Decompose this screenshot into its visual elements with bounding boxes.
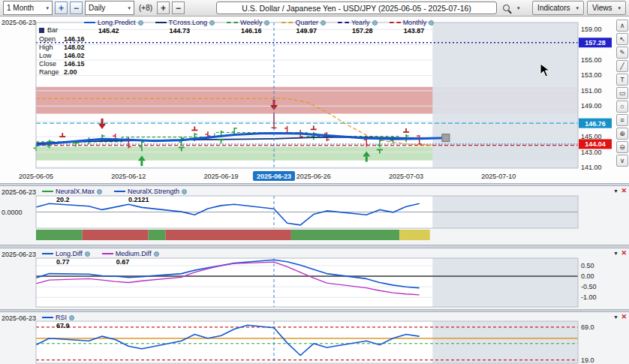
scroll-up-icon[interactable]: ∧: [616, 20, 628, 32]
text-tool-icon[interactable]: T: [616, 74, 628, 86]
search-dropdown-icon[interactable]: ▾: [517, 5, 520, 11]
panel-splitter[interactable]: [0, 183, 629, 186]
price-chart-canvas[interactable]: 159.00157.00155.00153.00151.00149.00147.…: [0, 17, 629, 183]
symbol-title-text: U.S. Dollar / Japanese Yen - USD/JPY (20…: [242, 4, 471, 13]
legend-name: Long.Diff: [56, 250, 83, 257]
legend-info-dot[interactable]: [154, 251, 159, 257]
legend-item-long-predict[interactable]: Long.Predict 145.42: [84, 19, 143, 35]
neuralx-legend: NeuralX.Max 20.2 NeuralX.Strength 0.2121: [42, 188, 187, 203]
ohlc-info: Bar Open146.16 High148.02 Low146.02 Clos…: [39, 26, 85, 76]
main-chart-panel: 159.00157.00155.00153.00151.00149.00147.…: [0, 17, 629, 183]
ellipse-tool-icon[interactable]: ○: [616, 101, 628, 113]
period-select[interactable]: 1 Month ▾: [3, 1, 53, 15]
search-icon[interactable]: [500, 2, 513, 14]
svg-text:146.76: 146.76: [585, 120, 606, 128]
symbol-title-box[interactable]: U.S. Dollar / Japanese Yen - USD/JPY (20…: [216, 2, 497, 14]
panel-close-icon[interactable]: ✕: [621, 249, 627, 257]
mouse-cursor: [540, 63, 550, 78]
views-button[interactable]: Views ▾: [587, 1, 626, 15]
period-zoom-in-button[interactable]: +: [55, 2, 68, 14]
trendline-tool-icon[interactable]: ╱: [616, 60, 628, 72]
legend-item-quarter[interactable]: Quarter 149.97: [281, 19, 326, 35]
legend-info-dot[interactable]: [372, 20, 378, 26]
rsi-panel: 69.019.0 2025-06-23 RSI 67.9 ▾ ✕: [0, 312, 629, 364]
panel-close-icon[interactable]: ✕: [621, 313, 627, 320]
remove-indicator-button[interactable]: −: [172, 2, 185, 14]
legend-line-marker: [390, 22, 401, 23]
legend-item-weekly[interactable]: Weekly 146.16: [227, 19, 269, 35]
rsi-chart-canvas[interactable]: 69.019.0: [0, 312, 629, 364]
svg-text:155.00: 155.00: [581, 56, 602, 64]
panel-splitter[interactable]: [0, 309, 629, 312]
close-label: Close: [39, 60, 64, 68]
indicators-button[interactable]: Indicators ▾: [532, 1, 584, 15]
svg-text:-1.00: -1.00: [581, 293, 597, 301]
legend-info-dot[interactable]: [321, 20, 326, 26]
add-indicator-button[interactable]: +: [157, 2, 170, 14]
svg-text:2025-06-12: 2025-06-12: [111, 173, 146, 180]
legend-item-neuralx-max[interactable]: NeuralX.Max 20.2: [42, 188, 102, 203]
svg-text:151.00: 151.00: [581, 87, 602, 95]
legend-value: 67.9: [56, 322, 74, 329]
legend-name: RSI: [56, 314, 67, 321]
legend-item-medium-diff[interactable]: Medium.Diff 0.67: [102, 250, 159, 266]
zoom-in-icon[interactable]: ⊕: [616, 128, 628, 140]
svg-text:69.0: 69.0: [581, 323, 594, 331]
legend-item-monthly[interactable]: Monthly 143.87: [390, 19, 435, 35]
legend-info-dot[interactable]: [69, 315, 74, 320]
neuralx-panel: 0.0000 2025-06-23 NeuralX.Max 20.2 Neura…: [0, 186, 629, 245]
legend-line-marker: [281, 22, 293, 23]
period-zoom-out-button[interactable]: −: [70, 2, 83, 14]
legend-line-marker: [114, 191, 125, 192]
main-legend: Long.Predict 145.42 TCross.Long 144.73 W…: [84, 19, 434, 35]
legend-item-tcross-long[interactable]: TCross.Long 144.73: [155, 19, 215, 35]
right-tool-column: ∧↖✎╱T▭○≡⊕⊖∨: [616, 20, 628, 167]
fib-levels-tool-icon[interactable]: ≡: [616, 114, 628, 126]
legend-value: 0.2121: [128, 196, 187, 203]
diff-legend: Long.Diff 0.77 Medium.Diff 0.67: [42, 250, 159, 266]
y-axis-labels: 0.500.00-0.50-1.00: [581, 262, 597, 301]
legend-info-dot[interactable]: [264, 20, 269, 26]
bar-series-label: Bar: [47, 26, 58, 34]
panel-close-icon[interactable]: ✕: [621, 187, 627, 194]
legend-name: Monthly: [403, 19, 427, 26]
rectangle-tool-icon[interactable]: ▭: [616, 87, 628, 99]
crosshair-date-label: 2025-06-23: [2, 251, 36, 258]
svg-text:144.04: 144.04: [585, 140, 606, 148]
legend-value: 20.2: [56, 196, 102, 203]
zoom-out-icon[interactable]: ⊖: [616, 141, 628, 153]
legend-item-rsi[interactable]: RSI 67.9: [42, 314, 74, 329]
legend-item-long-diff[interactable]: Long.Diff 0.77: [42, 250, 90, 266]
legend-line-marker: [227, 22, 238, 23]
indicators-button-label: Indicators: [537, 4, 570, 12]
legend-name: NeuralX.Strength: [128, 188, 179, 195]
svg-text:0.50: 0.50: [581, 262, 594, 269]
legend-item-yearly[interactable]: Yearly 157.28: [338, 19, 378, 35]
panel-splitter[interactable]: [0, 245, 629, 248]
left-axis-label: 0.0000: [2, 209, 23, 216]
interval-select[interactable]: Daily ▾: [85, 1, 134, 15]
high-label: High: [39, 44, 64, 51]
svg-text:153.00: 153.00: [581, 71, 602, 79]
legend-info-dot[interactable]: [182, 189, 187, 194]
panel-collapse-icon[interactable]: ▾: [614, 188, 617, 194]
prediction-drag-handle[interactable]: [442, 134, 450, 142]
scroll-down-icon[interactable]: ∨: [616, 155, 628, 167]
symbol-search: ▾: [500, 2, 520, 14]
legend-info-dot[interactable]: [209, 20, 215, 26]
panel-collapse-icon[interactable]: ▾: [614, 314, 617, 320]
pencil-tool-icon[interactable]: ✎: [616, 47, 628, 59]
legend-info-dot[interactable]: [138, 20, 143, 26]
cursor-tool-icon[interactable]: ↖: [616, 33, 628, 45]
x-axis-labels: 2025-06-052025-06-122025-06-192025-06-23…: [19, 171, 516, 181]
svg-text:-0.50: -0.50: [581, 283, 597, 290]
diff-panel: 0.500.00-0.50-1.00 2025-06-23 Long.Diff …: [0, 248, 629, 309]
panel-collapse-icon[interactable]: ▾: [614, 250, 617, 257]
legend-info-dot[interactable]: [85, 251, 90, 257]
crosshair-date-label: 2025-06-23: [2, 19, 36, 26]
legend-item-neuralx-strength[interactable]: NeuralX.Strength 0.2121: [114, 188, 187, 203]
rsi-legend: RSI 67.9: [42, 314, 74, 329]
legend-info-dot[interactable]: [97, 189, 102, 194]
legend-info-dot[interactable]: [429, 20, 434, 26]
future-region: [432, 23, 578, 168]
